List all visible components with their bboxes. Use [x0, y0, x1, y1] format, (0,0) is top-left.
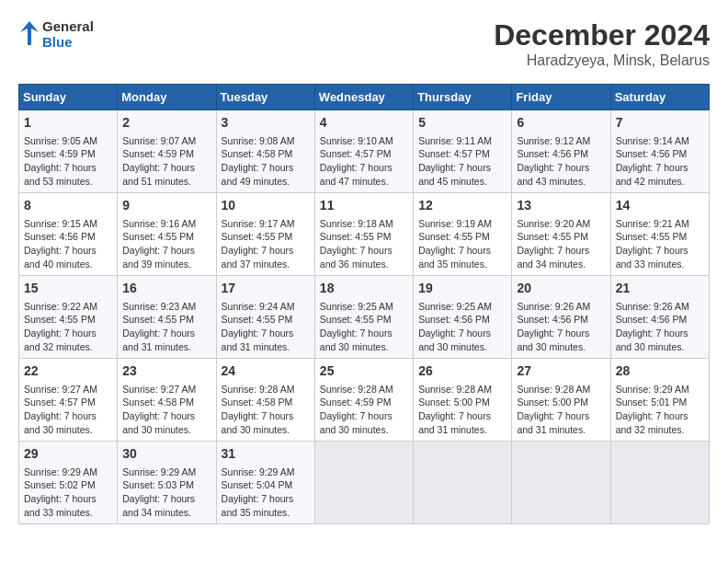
day-number: 30	[122, 445, 210, 464]
day-number: 27	[517, 362, 605, 381]
page-header: General Blue December 2024 Haradzyeya, M…	[18, 18, 710, 69]
logo-container: General Blue	[18, 18, 94, 51]
day-number: 21	[616, 280, 704, 298]
col-header-thursday: Thursday	[414, 85, 512, 110]
day-info: Sunrise: 9:21 AM Sunset: 4:55 PM Dayligh…	[616, 217, 704, 271]
day-info: Sunrise: 9:17 AM Sunset: 4:55 PM Dayligh…	[222, 217, 310, 271]
calendar-header-row: SundayMondayTuesdayWednesdayThursdayFrid…	[19, 85, 710, 110]
day-info: Sunrise: 9:28 AM Sunset: 4:59 PM Dayligh…	[320, 383, 408, 437]
logo: General Blue	[18, 18, 94, 51]
day-number: 9	[122, 197, 210, 215]
day-number: 29	[24, 445, 112, 464]
day-number: 10	[222, 197, 310, 215]
day-info: Sunrise: 9:20 AM Sunset: 4:55 PM Dayligh…	[517, 217, 605, 271]
day-info: Sunrise: 9:28 AM Sunset: 4:58 PM Dayligh…	[222, 383, 310, 437]
day-number: 20	[517, 280, 605, 298]
col-header-saturday: Saturday	[610, 85, 709, 110]
day-info: Sunrise: 9:19 AM Sunset: 4:55 PM Dayligh…	[418, 217, 506, 271]
calendar-day-11: 11Sunrise: 9:18 AM Sunset: 4:55 PM Dayli…	[314, 193, 413, 276]
day-number: 12	[418, 197, 506, 215]
day-number: 6	[517, 114, 605, 132]
calendar-day-6: 6Sunrise: 9:12 AM Sunset: 4:56 PM Daylig…	[512, 110, 610, 193]
day-info: Sunrise: 9:28 AM Sunset: 5:00 PM Dayligh…	[517, 383, 605, 437]
calendar-day-16: 16Sunrise: 9:23 AM Sunset: 4:55 PM Dayli…	[118, 276, 216, 359]
day-number: 7	[616, 114, 704, 132]
calendar-week-2: 8Sunrise: 9:15 AM Sunset: 4:56 PM Daylig…	[19, 193, 710, 276]
day-info: Sunrise: 9:23 AM Sunset: 4:55 PM Dayligh…	[122, 300, 210, 354]
calendar-week-1: 1Sunrise: 9:05 AM Sunset: 4:59 PM Daylig…	[19, 110, 710, 193]
calendar-day-5: 5Sunrise: 9:11 AM Sunset: 4:57 PM Daylig…	[414, 110, 512, 193]
calendar-week-4: 22Sunrise: 9:27 AM Sunset: 4:57 PM Dayli…	[19, 359, 710, 442]
calendar-day-19: 19Sunrise: 9:25 AM Sunset: 4:56 PM Dayli…	[414, 276, 512, 359]
day-info: Sunrise: 9:18 AM Sunset: 4:55 PM Dayligh…	[320, 217, 408, 271]
calendar-week-5: 29Sunrise: 9:29 AM Sunset: 5:02 PM Dayli…	[19, 442, 710, 524]
day-number: 15	[24, 280, 112, 298]
col-header-monday: Monday	[118, 85, 216, 110]
day-info: Sunrise: 9:24 AM Sunset: 4:55 PM Dayligh…	[222, 300, 310, 354]
calendar-table: SundayMondayTuesdayWednesdayThursdayFrid…	[18, 84, 710, 524]
logo-general: General	[42, 18, 94, 34]
calendar-day-2: 2Sunrise: 9:07 AM Sunset: 4:59 PM Daylig…	[118, 110, 216, 193]
title-block: December 2024 Haradzyeya, Minsk, Belarus	[494, 18, 710, 69]
day-info: Sunrise: 9:29 AM Sunset: 5:01 PM Dayligh…	[616, 383, 704, 437]
calendar-day-23: 23Sunrise: 9:27 AM Sunset: 4:58 PM Dayli…	[118, 359, 216, 442]
day-info: Sunrise: 9:08 AM Sunset: 4:58 PM Dayligh…	[222, 134, 310, 189]
day-number: 23	[122, 362, 210, 381]
day-number: 25	[320, 362, 408, 381]
day-info: Sunrise: 9:22 AM Sunset: 4:55 PM Dayligh…	[24, 300, 112, 354]
logo-blue: Blue	[42, 34, 94, 50]
day-number: 4	[320, 114, 408, 132]
day-number: 22	[24, 362, 112, 381]
calendar-day-4: 4Sunrise: 9:10 AM Sunset: 4:57 PM Daylig…	[314, 110, 413, 193]
calendar-day-7: 7Sunrise: 9:14 AM Sunset: 4:56 PM Daylig…	[610, 110, 709, 193]
calendar-day-1: 1Sunrise: 9:05 AM Sunset: 4:59 PM Daylig…	[19, 110, 118, 193]
calendar-day-25: 25Sunrise: 9:28 AM Sunset: 4:59 PM Dayli…	[314, 359, 413, 442]
col-header-tuesday: Tuesday	[216, 85, 314, 110]
day-info: Sunrise: 9:16 AM Sunset: 4:55 PM Dayligh…	[122, 217, 210, 271]
day-number: 28	[616, 362, 704, 381]
empty-cell	[314, 442, 413, 524]
day-info: Sunrise: 9:27 AM Sunset: 4:57 PM Dayligh…	[24, 383, 112, 437]
calendar-day-10: 10Sunrise: 9:17 AM Sunset: 4:55 PM Dayli…	[216, 193, 314, 276]
day-number: 26	[418, 362, 506, 381]
calendar-day-20: 20Sunrise: 9:26 AM Sunset: 4:56 PM Dayli…	[512, 276, 610, 359]
day-info: Sunrise: 9:14 AM Sunset: 4:56 PM Dayligh…	[616, 134, 704, 189]
day-info: Sunrise: 9:10 AM Sunset: 4:57 PM Dayligh…	[320, 134, 408, 189]
day-info: Sunrise: 9:26 AM Sunset: 4:56 PM Dayligh…	[517, 300, 605, 354]
calendar-day-21: 21Sunrise: 9:26 AM Sunset: 4:56 PM Dayli…	[610, 276, 709, 359]
calendar-week-3: 15Sunrise: 9:22 AM Sunset: 4:55 PM Dayli…	[19, 276, 710, 359]
day-info: Sunrise: 9:27 AM Sunset: 4:58 PM Dayligh…	[122, 383, 210, 437]
calendar-day-30: 30Sunrise: 9:29 AM Sunset: 5:03 PM Dayli…	[118, 442, 216, 524]
col-header-friday: Friday	[512, 85, 610, 110]
calendar-day-22: 22Sunrise: 9:27 AM Sunset: 4:57 PM Dayli…	[19, 359, 118, 442]
logo-text: General Blue	[42, 18, 94, 51]
logo-bird-icon	[18, 19, 40, 49]
day-info: Sunrise: 9:25 AM Sunset: 4:56 PM Dayligh…	[418, 300, 506, 354]
day-number: 24	[222, 362, 310, 381]
day-info: Sunrise: 9:12 AM Sunset: 4:56 PM Dayligh…	[517, 134, 605, 189]
day-number: 5	[418, 114, 506, 132]
col-header-sunday: Sunday	[19, 85, 118, 110]
day-number: 16	[122, 280, 210, 298]
calendar-day-12: 12Sunrise: 9:19 AM Sunset: 4:55 PM Dayli…	[414, 193, 512, 276]
day-info: Sunrise: 9:07 AM Sunset: 4:59 PM Dayligh…	[122, 134, 210, 189]
day-number: 13	[517, 197, 605, 215]
day-number: 31	[222, 445, 310, 464]
page-subtitle: Haradzyeya, Minsk, Belarus	[494, 52, 710, 69]
day-info: Sunrise: 9:15 AM Sunset: 4:56 PM Dayligh…	[24, 217, 112, 271]
calendar-day-3: 3Sunrise: 9:08 AM Sunset: 4:58 PM Daylig…	[216, 110, 314, 193]
calendar-day-18: 18Sunrise: 9:25 AM Sunset: 4:55 PM Dayli…	[314, 276, 413, 359]
calendar-day-24: 24Sunrise: 9:28 AM Sunset: 4:58 PM Dayli…	[216, 359, 314, 442]
svg-marker-0	[20, 21, 39, 45]
calendar-day-15: 15Sunrise: 9:22 AM Sunset: 4:55 PM Dayli…	[19, 276, 118, 359]
day-number: 2	[122, 114, 210, 132]
calendar-day-28: 28Sunrise: 9:29 AM Sunset: 5:01 PM Dayli…	[610, 359, 709, 442]
page-title: December 2024	[494, 18, 710, 52]
calendar-day-8: 8Sunrise: 9:15 AM Sunset: 4:56 PM Daylig…	[19, 193, 118, 276]
empty-cell	[610, 442, 709, 524]
calendar-day-17: 17Sunrise: 9:24 AM Sunset: 4:55 PM Dayli…	[216, 276, 314, 359]
col-header-wednesday: Wednesday	[314, 85, 413, 110]
day-info: Sunrise: 9:11 AM Sunset: 4:57 PM Dayligh…	[418, 134, 506, 189]
day-number: 8	[24, 197, 112, 215]
empty-cell	[512, 442, 610, 524]
